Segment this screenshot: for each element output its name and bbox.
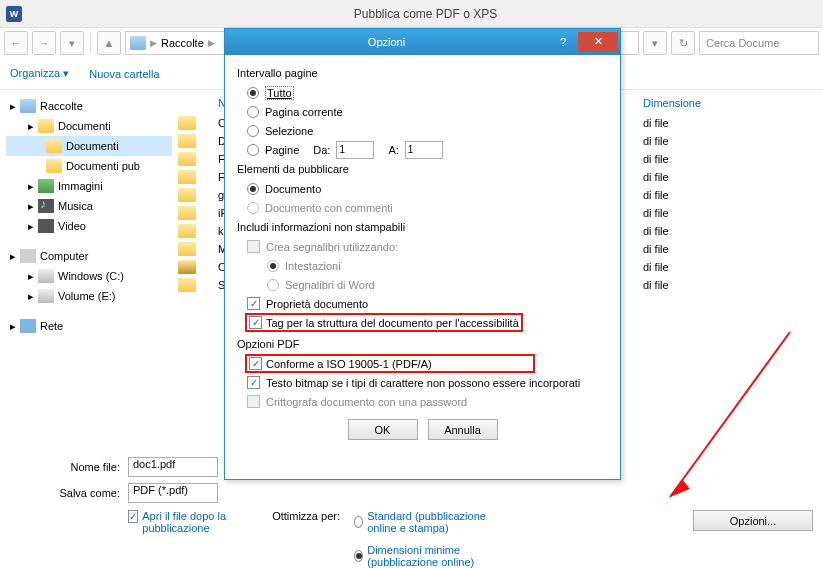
tree-video[interactable]: ▸Video	[6, 216, 172, 236]
dialog-title: Opzioni	[225, 36, 548, 48]
window-title: Pubblica come PDF o XPS	[28, 7, 823, 21]
grp-pdf: Opzioni PDF	[237, 338, 608, 350]
chk-bitmap[interactable]: Testo bitmap se i tipi di carattere non …	[237, 373, 608, 392]
close-button[interactable]: ✕	[578, 32, 618, 52]
library-icon	[130, 36, 146, 50]
tree-vol-e[interactable]: ▸Volume (E:)	[6, 286, 172, 306]
radio-doc-commenti[interactable]: Documento con commenti	[237, 198, 608, 217]
radio-dim-min[interactable]: Dimensioni minime (pubblicazione online)	[354, 544, 514, 568]
ottimizza-label: Ottimizza per:	[266, 510, 346, 522]
chk-tag-acc[interactable]: Tag per la struttura del documento per l…	[249, 316, 519, 329]
ok-button[interactable]: OK	[348, 419, 418, 440]
radio-seg-word: Segnalibri di Word	[237, 275, 608, 294]
help-button[interactable]: ?	[548, 36, 578, 48]
highlight-tag-acc: Tag per la struttura del documento per l…	[245, 313, 523, 332]
radio-intestazioni: Intestazioni	[237, 256, 608, 275]
search-input[interactable]: Cerca Docume	[699, 31, 819, 55]
up-button[interactable]: ▾	[60, 31, 84, 55]
radio-standard[interactable]: Standard (pubblicazione online e stampa)	[354, 510, 514, 534]
chk-prop-doc[interactable]: Proprietà documento	[237, 294, 608, 313]
nome-file-label: Nome file:	[10, 461, 120, 473]
radio-tutto[interactable]: Tutto	[237, 83, 608, 102]
radio-icon	[354, 550, 363, 562]
radio-selezione[interactable]: Selezione	[237, 121, 608, 140]
opzioni-dialog: Opzioni ? ✕ Intervallo pagine Tutto Pagi…	[224, 28, 621, 480]
dialog-titlebar[interactable]: Opzioni ? ✕	[225, 29, 620, 55]
word-icon: W	[6, 6, 22, 22]
highlight-iso: Conforme a ISO 19005-1 (PDF/A)	[245, 354, 535, 373]
a-input[interactable]	[405, 141, 443, 159]
title-bar: W Pubblica come PDF o XPS	[0, 0, 823, 28]
opzioni-button[interactable]: Opzioni...	[693, 510, 813, 531]
radio-icon	[354, 516, 363, 528]
radio-pagine[interactable]: Pagine Da: A:	[237, 140, 608, 159]
dropdown-button[interactable]: ▾	[643, 31, 667, 55]
radio-documento[interactable]: Documento	[237, 179, 608, 198]
tree-documenti-sel[interactable]: Documenti	[6, 136, 172, 156]
list-dim: Dimensione di file di file di file di fi…	[643, 90, 823, 450]
tree-raccolte[interactable]: ▸Raccolte	[6, 96, 172, 116]
chk-segnalibri[interactable]: Crea segnalibri utilizzando:	[237, 237, 608, 256]
tree-computer[interactable]: ▸Computer	[6, 246, 172, 266]
tree-rete[interactable]: ▸Rete	[6, 316, 172, 336]
nav-tree: ▸Raccolte ▸Documenti Documenti Documenti…	[0, 90, 178, 450]
grp-intervallo: Intervallo pagine	[237, 67, 608, 79]
refresh-button[interactable]: ↻	[671, 31, 695, 55]
tree-win-c[interactable]: ▸Windows (C:)	[6, 266, 172, 286]
crumb-raccolte[interactable]: Raccolte	[161, 37, 204, 49]
chk-critto[interactable]: Crittografa documento con una password	[237, 392, 608, 411]
back-button[interactable]: ←	[4, 31, 28, 55]
tree-immagini[interactable]: ▸Immagini	[6, 176, 172, 196]
tree-musica[interactable]: ▸Musica	[6, 196, 172, 216]
tree-documenti-pub[interactable]: Documenti pub	[6, 156, 172, 176]
annulla-button[interactable]: Annulla	[428, 419, 498, 440]
checkbox-icon	[128, 510, 138, 523]
tree-documenti[interactable]: ▸Documenti	[6, 116, 172, 136]
forward-button[interactable]: →	[32, 31, 56, 55]
da-input[interactable]	[336, 141, 374, 159]
organize-button[interactable]: Organizza ▾	[10, 67, 69, 80]
new-folder-button[interactable]: Nuova cartella	[89, 68, 159, 80]
up-folder-button[interactable]: ▲	[97, 31, 121, 55]
radio-pagina-corrente[interactable]: Pagina corrente	[237, 102, 608, 121]
apri-file-check[interactable]: Apri il file dopo la pubblicazione	[128, 510, 258, 534]
grp-elementi: Elementi da pubblicare	[237, 163, 608, 175]
salva-come-label: Salva come:	[10, 487, 120, 499]
list-icons	[178, 90, 218, 450]
grp-includi: Includi informazioni non stampabili	[237, 221, 608, 233]
nome-file-input[interactable]: doc1.pdf	[128, 457, 218, 477]
col-dim[interactable]: Dimensione	[643, 92, 823, 114]
salva-come-select[interactable]: PDF (*.pdf)	[128, 483, 218, 503]
chk-iso[interactable]: Conforme a ISO 19005-1 (PDF/A)	[249, 357, 432, 370]
